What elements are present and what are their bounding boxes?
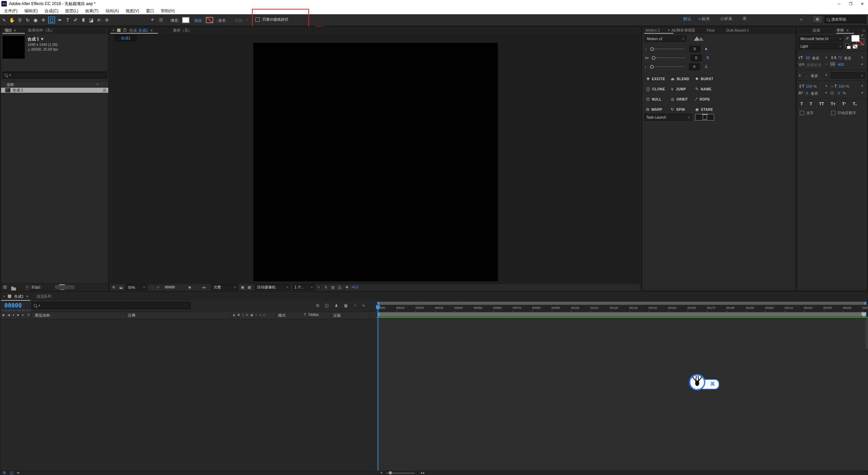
tab-ae-script-manager[interactable]: AE脚本管理器 [671, 28, 695, 33]
graph-editor-icon[interactable]: ∿ [362, 303, 365, 308]
channels-icon[interactable] [202, 285, 206, 289]
shy-toggle-icon[interactable]: ♟ [334, 303, 338, 308]
pen-tool[interactable]: ✒ [57, 16, 63, 24]
view-layout-dropdown[interactable]: 1 个..∨ [292, 284, 315, 290]
slider-value-field[interactable]: 0 [689, 46, 700, 52]
workspace-overflow-icon[interactable]: » [800, 17, 802, 22]
ligatures-checkbox[interactable] [800, 111, 804, 115]
tab-motion-2[interactable]: Motion 2 [646, 28, 660, 32]
timeline-vscrollbar[interactable] [866, 318, 868, 349]
default-stroke-icon[interactable] [847, 46, 851, 49]
comment-column[interactable]: 注释 [128, 313, 135, 318]
task-launch-dropdown[interactable]: Task Launch∨ [644, 114, 692, 121]
trkmat-column[interactable]: TrkMat [308, 313, 319, 317]
stroke-style-dropdown[interactable]: ∨ [831, 72, 865, 78]
name-column-header[interactable]: 名称 [6, 82, 14, 87]
parent-column[interactable]: 父级 [333, 313, 341, 318]
warp-button[interactable]: ⧉WARP [646, 107, 671, 112]
transparency-grid-toggle-icon[interactable]: ▦ [248, 285, 251, 289]
character-panel-menu-icon[interactable]: ≡ [847, 29, 849, 32]
shy-icon[interactable]: ♟ [233, 313, 235, 317]
baseline-shift-value[interactable]: 0 [806, 91, 808, 95]
viewer-lock-icon[interactable] [123, 29, 126, 32]
timeline-tab-close-icon[interactable]: × [3, 294, 5, 298]
slider-knob[interactable] [652, 56, 655, 60]
exposure-icon[interactable]: ❋ [345, 285, 348, 289]
leading-dropdown-icon[interactable]: ▼ [861, 56, 864, 59]
anchor-arrows-icon[interactable]: ⇅ [706, 55, 709, 60]
mode-column[interactable]: 模式 [278, 313, 286, 318]
tab-project[interactable]: 项目 [4, 28, 12, 33]
faux-style-button[interactable]: TT [819, 102, 824, 106]
layer-list-empty[interactable] [0, 318, 377, 471]
fx-icon[interactable]: fx [246, 313, 248, 317]
stroke-color-swatch[interactable] [206, 17, 213, 23]
refresh-icon[interactable]: ↯ [324, 285, 327, 289]
cube-3d-icon[interactable]: ⬡ [263, 313, 266, 317]
unified-camera-tool[interactable]: ◉ [33, 16, 38, 24]
fast-previews-icon[interactable]: ▣ [241, 285, 244, 289]
font-size-dropdown-icon[interactable]: ▼ [825, 56, 828, 59]
tsume-value[interactable]: 0 [838, 91, 840, 95]
menu-item[interactable]: 编辑(E) [21, 8, 41, 14]
project-panel-menu-icon[interactable]: ≡ [14, 29, 16, 32]
project-item-row[interactable]: 合成 1 品 [1, 88, 108, 93]
tab-footage[interactable]: 素材（无） [173, 28, 192, 33]
vertical-scale-value[interactable]: 100 [806, 84, 812, 88]
menu-item[interactable]: 合成(C) [41, 8, 62, 14]
flowchart-icon[interactable]: 品 [103, 88, 106, 93]
timeline-zoom-slider-knob[interactable] [389, 471, 392, 474]
comp-flowchart-icon[interactable]: 品 [338, 285, 342, 290]
layer-name-column[interactable]: 图层名称 [35, 313, 50, 318]
viewer-tab-close-icon[interactable]: × [112, 28, 114, 32]
snapshot-icon[interactable]: ◙ [188, 285, 191, 289]
solo-icon[interactable]: ● [13, 313, 14, 317]
tab-effect-controls[interactable]: 效果控件（无） [28, 28, 54, 33]
tracking-value[interactable]: 400 [838, 63, 844, 67]
faux-style-button[interactable]: T₁ [853, 102, 857, 106]
hand-tool[interactable]: ✋ [9, 16, 15, 24]
collapse-icon[interactable]: ✹ [237, 313, 240, 317]
rotation-tool[interactable]: ↻ [25, 16, 31, 24]
puppet-pin-tool[interactable]: ✢ [104, 16, 110, 24]
pan-behind-tool[interactable]: ✛ [40, 16, 46, 24]
fill-color-swatch[interactable] [182, 17, 189, 23]
tab-paragraph[interactable]: 段落 [813, 28, 820, 33]
no-color-icon[interactable] [853, 45, 857, 49]
stroke-width-value[interactable]: - 像素 [216, 18, 226, 23]
eyedropper-icon[interactable]: ✎ [845, 37, 849, 40]
workspace-small-screen[interactable]: 小屏幕 [720, 16, 732, 22]
hindi-digits-checkbox[interactable] [831, 111, 835, 115]
primary-viewer-icon[interactable]: ⬓ [119, 285, 123, 289]
grid-guides-icon[interactable]: ⬚ [150, 285, 153, 289]
horizontal-scale-value[interactable]: 100 [838, 84, 845, 88]
tab-render-queue[interactable]: 渲染队列 [36, 294, 51, 299]
motion-blur-toggle-icon[interactable]: ◔ [354, 303, 356, 308]
font-style-dropdown[interactable]: Light∨ [798, 43, 843, 49]
viewer-panel-menu-icon[interactable]: ≡ [151, 29, 153, 32]
rope-button[interactable]: ⤤ROPE [695, 97, 722, 102]
faux-style-button[interactable]: T [810, 102, 812, 106]
stare-button[interactable]: ◉STARE [695, 107, 722, 112]
label-column-icon[interactable]: ⬧ [22, 313, 23, 317]
slider-value-field[interactable]: 0 [689, 64, 700, 70]
name-button[interactable]: ✎NAME [695, 87, 722, 91]
faux-style-button[interactable]: T [800, 102, 803, 106]
navigator-start-handle[interactable] [377, 302, 379, 305]
project-comp-title[interactable]: 合成 1 ▼ [28, 36, 44, 42]
blend-button[interactable]: ⏏BLEND [671, 76, 695, 81]
expand-inout-icon[interactable]: ⬌ [17, 471, 20, 475]
workspace-gear-icon[interactable]: ⚙ [812, 16, 822, 23]
brush-tool[interactable]: ✐ [73, 16, 78, 24]
slider-track[interactable] [654, 66, 684, 67]
interpret-footage-icon[interactable]: ▤ [3, 284, 7, 289]
restore-button[interactable]: ❐ [845, 0, 856, 7]
resolution-dropdown[interactable]: 完整∨ [212, 284, 238, 290]
new-folder-icon[interactable] [11, 287, 16, 291]
kerning-value[interactable]: 度量标准 [807, 63, 821, 68]
slider-track[interactable] [654, 49, 685, 49]
workspace-menu-icon[interactable]: ≡ [699, 17, 701, 21]
lock-icon[interactable]: ■ [17, 313, 19, 317]
motion-delete-button[interactable] [695, 114, 714, 121]
project-search-field[interactable]: ▾ [2, 72, 107, 78]
